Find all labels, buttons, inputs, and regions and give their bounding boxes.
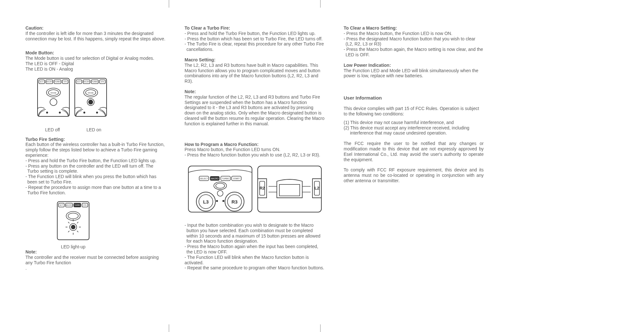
- svg-rect-57: [258, 166, 321, 212]
- turbo-intro: Each button of the wireless controller h…: [25, 142, 165, 158]
- column-3: To Clear a Macro Setting: - Press the Ma…: [344, 25, 484, 276]
- caution-heading: Caution:: [25, 25, 165, 31]
- turbo-led-diagram: ECT MACRO TURBO STA: [41, 200, 105, 249]
- macro-note-body: The regular function of the L2, R2, L3 a…: [185, 94, 325, 127]
- user-info-b4: The FCC require the user to be notified …: [344, 141, 484, 162]
- svg-text:SELECT: SELECT: [200, 177, 208, 180]
- clear-macro-3: - Press the Macro button again, the Macr…: [346, 47, 484, 58]
- svg-text:MACRO: MACRO: [66, 204, 73, 206]
- mode-heading: Mode Button:: [25, 50, 165, 56]
- svg-point-48: [217, 190, 223, 196]
- svg-point-28: [71, 225, 75, 229]
- svg-text:MACRO: MACRO: [211, 177, 219, 180]
- svg-line-36: [77, 231, 78, 232]
- clear-turbo-3: - The Turbo Fire is clear, repeat this p…: [186, 41, 325, 52]
- svg-text:R3: R3: [231, 199, 237, 204]
- mode-body-3: The LED is ON - Analog: [25, 66, 165, 72]
- column-2: To Clear a Turbo Fire: - Press and hold …: [185, 25, 325, 276]
- user-info-b5: To comply with FCC RF exposure requireme…: [344, 167, 484, 183]
- svg-text:STA: STA: [83, 204, 87, 206]
- led-lightup-caption: LED light-up: [41, 244, 105, 249]
- svg-point-56: [222, 200, 224, 202]
- turbo-note-period: .: [25, 266, 165, 271]
- svg-rect-37: [188, 166, 252, 212]
- svg-point-15: [88, 100, 93, 104]
- svg-point-26: [68, 213, 78, 219]
- user-info-b3: (2) This device must accept any interfer…: [350, 125, 484, 136]
- led-off-caption: LED off: [35, 127, 70, 132]
- crop-mark-icon: [169, 324, 169, 332]
- svg-text:L2: L2: [314, 186, 319, 190]
- turbo-step-1: - Press and hold the Turbo Fire button, …: [25, 158, 165, 163]
- turbo-step-3: - The Function LED will blink when you p…: [27, 174, 165, 185]
- mode-body-1: The Mode button is used for selection of…: [25, 56, 165, 61]
- macro-controller-diagram: SELECT MACRO TURBO START L3 R3: [185, 163, 325, 218]
- clear-turbo-1: - Press and hold the Turbo Fire button, …: [185, 31, 325, 36]
- program-macro-heading: How to Program a Macro Function:: [185, 142, 325, 147]
- crop-mark-icon: [320, 0, 321, 8]
- svg-text:TURBO: TURBO: [74, 204, 80, 206]
- program-macro-intro: Press Macro button, the Function LED tur…: [185, 147, 325, 152]
- svg-line-35: [68, 231, 69, 232]
- svg-point-47: [216, 183, 225, 188]
- clear-macro-1: - Press the Macro button, the Function L…: [344, 31, 484, 36]
- svg-text:START: START: [233, 177, 240, 180]
- program-macro-step-4: - Repeat the same procedure to program o…: [185, 265, 325, 271]
- macro-body: The L2, R2, L3 and R3 buttons have built…: [185, 63, 325, 84]
- column-1: Caution: If the controller is left idle …: [25, 25, 165, 276]
- macro-heading: Macro Setting:: [185, 57, 325, 63]
- crop-mark-icon: [320, 324, 321, 332]
- turbo-note-body: The controller and the receiver must be …: [25, 255, 165, 266]
- low-power-body: The Function LED and Mode LED will blink…: [344, 68, 484, 79]
- clear-turbo-2: - Press the button which has been set to…: [185, 36, 325, 42]
- svg-point-55: [216, 200, 218, 202]
- program-macro-step-0: - Press the Macro function button you wi…: [185, 152, 325, 158]
- mode-led-diagram: ECT MACRO TURBO STA MODE: [35, 77, 165, 132]
- svg-text:R2: R2: [260, 186, 265, 190]
- svg-text:ECT: ECT: [60, 204, 64, 206]
- svg-line-34: [77, 222, 78, 223]
- led-on-caption: LED on: [76, 127, 111, 132]
- svg-text:TURBO: TURBO: [222, 177, 229, 180]
- caution-body: If the controller is left idle for more …: [25, 31, 165, 42]
- clear-turbo-heading: To Clear a Turbo Fire:: [185, 25, 325, 31]
- program-macro-step-2: - Press the Macro button again when the …: [186, 244, 325, 255]
- svg-text:L3: L3: [203, 199, 209, 204]
- turbo-note-heading: Note:: [25, 249, 165, 255]
- program-macro-step-3: - The Function LED will blink when the M…: [185, 255, 325, 266]
- clear-macro-2: - Press the designated Macro function bu…: [346, 36, 484, 47]
- user-info-b2: (1) This device may not cause harmful in…: [344, 120, 484, 125]
- macro-note-heading: Note:: [185, 89, 325, 94]
- crop-mark-icon: [169, 0, 169, 8]
- low-power-heading: Low Power Indication:: [344, 63, 484, 68]
- turbo-heading: Turbo Fire Setting:: [25, 137, 165, 142]
- clear-macro-heading: To Clear a Macro Setting:: [344, 25, 484, 31]
- user-info-heading: User Information: [344, 95, 484, 101]
- program-macro-step-1: - Input the button combination you wish …: [186, 223, 325, 244]
- mode-body-2: The LED is OFF - Digital: [25, 61, 165, 66]
- turbo-step-4: - Repeat the procedure to assign more th…: [27, 185, 165, 196]
- svg-line-33: [68, 222, 69, 223]
- user-info-b1: This device complies with part 15 of FCC…: [344, 106, 484, 117]
- turbo-step-2: - Press any button on the controller and…: [27, 163, 165, 174]
- svg-rect-62: [279, 184, 300, 196]
